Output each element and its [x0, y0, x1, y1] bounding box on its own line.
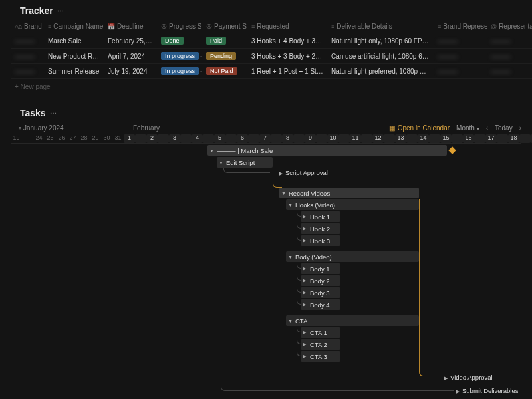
cell-details[interactable]: Natural light preferred, 1080p 60 FPS, n…: [327, 64, 434, 79]
cell-deadline[interactable]: April 7, 2024: [104, 49, 157, 64]
cell-payment[interactable]: Paid: [202, 33, 247, 49]
column-header[interactable]: 📅Deadline: [104, 20, 157, 33]
timeline-day[interactable]: [203, 134, 214, 143]
timeline-day[interactable]: [316, 134, 327, 143]
cell-brand[interactable]: ———: [11, 33, 44, 49]
milestone-icon[interactable]: [448, 146, 456, 154]
timeline-day[interactable]: [429, 134, 440, 143]
timeline-day[interactable]: 5: [214, 134, 225, 143]
timeline-day[interactable]: [225, 134, 237, 143]
disclosure-icon[interactable]: [209, 148, 214, 153]
timeline-day[interactable]: 26: [56, 134, 67, 143]
column-type-icon: ⦿: [206, 23, 212, 30]
view-selector[interactable]: Month ▾: [456, 124, 479, 132]
new-page-button[interactable]: + New page: [11, 79, 521, 90]
timeline-day[interactable]: 13: [395, 134, 406, 143]
column-header[interactable]: ≡Brand Representative: [434, 20, 487, 33]
cell-payment[interactable]: Pending: [202, 49, 247, 64]
column-header[interactable]: ≡Campaign Name: [44, 20, 104, 33]
column-header[interactable]: AaBrand: [11, 20, 44, 33]
timeline-day[interactable]: [293, 134, 305, 143]
cell-rep[interactable]: ———: [434, 64, 487, 79]
timeline-day[interactable]: [271, 134, 282, 143]
cell-requested[interactable]: 3 Hooks + 4 Body + 3 CTA: [247, 33, 327, 49]
column-header[interactable]: ⦿Progress Status: [157, 20, 202, 33]
timeline-day[interactable]: [406, 134, 418, 143]
month-label-jan[interactable]: ▾ January 2024: [19, 124, 64, 132]
cell-campaign[interactable]: Summer Release: [44, 64, 104, 79]
timeline-day[interactable]: 1: [124, 134, 135, 143]
timeline-day[interactable]: 18: [508, 134, 519, 143]
timeline-day[interactable]: 10: [327, 134, 338, 143]
timeline-day[interactable]: 6: [237, 134, 248, 143]
cell-progress[interactable]: In progress: [157, 64, 202, 79]
cell-campaign[interactable]: March Sale: [44, 33, 104, 49]
column-header[interactable]: ≡Requested: [247, 20, 327, 33]
timeline-day[interactable]: [22, 134, 33, 143]
timeline-day[interactable]: 31: [112, 134, 124, 143]
timeline-day[interactable]: 30: [101, 134, 112, 143]
cell-deadline[interactable]: February 25, 2024: [104, 33, 157, 49]
column-header[interactable]: ⦿Payment Status: [202, 20, 247, 33]
table-row[interactable]: ———Summer ReleaseJuly 19, 2024In progres…: [11, 64, 532, 79]
timeline-day[interactable]: 14: [418, 134, 429, 143]
timeline-day[interactable]: [158, 134, 169, 143]
tasks-menu-icon[interactable]: ⋯: [50, 110, 57, 117]
timeline-day[interactable]: 24: [33, 134, 45, 143]
timeline-day[interactable]: 19: [11, 134, 22, 143]
timeline-day[interactable]: 28: [78, 134, 90, 143]
cell-campaign[interactable]: New Product Review: [44, 49, 104, 64]
today-button[interactable]: Today: [495, 124, 513, 132]
timeline-day[interactable]: 15: [440, 134, 452, 143]
gantt-item-submit[interactable]: Submit Deliverables: [456, 387, 518, 394]
timeline-day[interactable]: 8: [282, 134, 293, 143]
cell-requested[interactable]: 3 Hooks + 3 Body + 2 CTA: [247, 49, 327, 64]
timeline-day[interactable]: 12: [372, 134, 384, 143]
timeline-day[interactable]: 2: [146, 134, 158, 143]
table-row[interactable]: ———New Product ReviewApril 7, 2024In pro…: [11, 49, 532, 64]
timeline-day[interactable]: 27: [67, 134, 78, 143]
cell-progress[interactable]: In progress: [157, 49, 202, 64]
cell-rep[interactable]: ———: [434, 49, 487, 64]
timeline-day[interactable]: 3: [169, 134, 180, 143]
timeline-day[interactable]: 4: [192, 134, 203, 143]
timeline-day[interactable]: [180, 134, 192, 143]
timeline-day[interactable]: [384, 134, 395, 143]
cell-email[interactable]: ———: [487, 49, 532, 64]
cell-payment[interactable]: Not Paid: [202, 64, 247, 79]
timeline-day[interactable]: 29: [90, 134, 101, 143]
timeline-day[interactable]: [361, 134, 372, 143]
timeline-prev-button[interactable]: ‹: [486, 124, 488, 132]
cell-brand[interactable]: ———: [11, 49, 44, 64]
cell-email[interactable]: ———: [487, 33, 532, 49]
cell-email[interactable]: ———: [487, 64, 532, 79]
timeline-day[interactable]: 11: [350, 134, 361, 143]
timeline-day[interactable]: 17: [485, 134, 497, 143]
timeline-day[interactable]: 7: [259, 134, 271, 143]
open-in-calendar-button[interactable]: ▦ Open in Calendar: [389, 124, 450, 132]
tracker-menu-icon[interactable]: ⋯: [57, 7, 64, 15]
timeline-next-button[interactable]: ›: [519, 124, 521, 132]
gantt-bar-root[interactable]: ——— | March Sale: [207, 145, 447, 156]
cell-deadline[interactable]: July 19, 2024: [104, 64, 157, 79]
timeline-day[interactable]: 25: [45, 134, 56, 143]
cell-details[interactable]: Natural light only, 1080p 60 FPS, no HDR: [327, 33, 434, 49]
column-header[interactable]: ≡Deliverable Details: [327, 20, 434, 33]
timeline-day[interactable]: [497, 134, 508, 143]
cell-progress[interactable]: Done: [157, 33, 202, 49]
timeline-day[interactable]: 9: [305, 134, 316, 143]
column-header[interactable]: @Representative Email: [487, 20, 532, 33]
table-row[interactable]: ———March SaleFebruary 25, 2024DonePaid3 …: [11, 33, 532, 49]
timeline-day[interactable]: [474, 134, 485, 143]
cell-rep[interactable]: ———: [434, 33, 487, 49]
cell-requested[interactable]: 1 Reel + 1 Post + 1 Story | 1 TikTok: [247, 64, 327, 79]
timeline-day[interactable]: [248, 134, 259, 143]
timeline-day[interactable]: 16: [463, 134, 474, 143]
timeline-day[interactable]: [135, 134, 146, 143]
chevron-down-icon: ▾: [477, 126, 479, 132]
cell-details[interactable]: Can use artificial light, 1080p 60 FPS: [327, 49, 434, 64]
timeline-day[interactable]: [452, 134, 463, 143]
cell-brand[interactable]: ———: [11, 64, 44, 79]
timeline-day[interactable]: [519, 134, 531, 143]
timeline-day[interactable]: [338, 134, 350, 143]
